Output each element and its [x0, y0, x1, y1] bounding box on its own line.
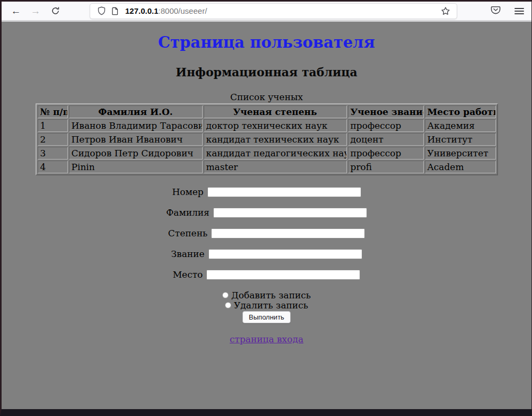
table-cell: профессор [348, 147, 424, 160]
table-cell: Академия [425, 119, 496, 132]
page-content: Страница пользователя Информационная таб… [2, 22, 531, 409]
table-header-row: № п/пФамилия И.О.Ученая степеньУченое зв… [38, 105, 496, 118]
rank-row: Звание [2, 249, 531, 259]
delete-record-radio-label: Удалить запись [234, 300, 308, 311]
reload-icon [51, 6, 60, 15]
table-cell: Сидоров Петр Сидорович [69, 147, 203, 160]
page-subtitle: Информационная таблица [2, 65, 531, 79]
table-cell: Pinin [69, 161, 203, 173]
link-row: страница входа [2, 334, 531, 344]
page-title: Страница пользователя [2, 33, 531, 51]
table-cell: кандидат технических наук [204, 133, 347, 146]
page-proxy-icon[interactable] [108, 4, 122, 18]
scientists-table: № п/пФамилия И.О.Ученая степеньУченое зв… [36, 103, 498, 175]
number-label: Номер [172, 187, 203, 197]
bookmark-star-icon[interactable] [439, 4, 452, 18]
degree-label: Степень [168, 228, 207, 238]
execute-button[interactable]: Выполнить [242, 311, 291, 323]
shield-icon[interactable] [94, 4, 108, 18]
degree-row: Степень [2, 228, 531, 238]
table-header-cell: Ученое звание [348, 105, 424, 118]
table-cell: Иванов Владимир Тарасович [69, 119, 203, 132]
delete-record-radio-button[interactable] [225, 302, 231, 308]
table-cell: 1 [38, 119, 68, 132]
surname-label: Фамилия [166, 207, 210, 218]
address-host: 127.0.0.1 [125, 6, 159, 15]
table-cell: Academ [425, 161, 496, 173]
login-page-link[interactable]: страница входа [230, 334, 303, 344]
table-cell: 2 [38, 133, 68, 146]
table-cell: master [204, 161, 347, 173]
table-row: 3Сидоров Петр Сидоровичкандидат педагоги… [38, 147, 496, 160]
delete-record-radio-row: Удалить запись [2, 300, 531, 310]
table-header-cell: № п/п [38, 105, 68, 118]
browser-toolbar: ← → 127.0.0.1:8000/useeer/ [2, 2, 531, 22]
table-cell: кандидат педагогических наук [204, 147, 347, 160]
place-label: Место [173, 269, 203, 280]
table-cell: Петров Иван Иванович [69, 133, 203, 146]
table-cell: доктор технических наук [204, 119, 347, 132]
button-row: Выполнить [2, 311, 531, 323]
table-cell: профессор [348, 119, 424, 132]
reload-button[interactable] [48, 4, 62, 18]
number-row: Номер [2, 187, 531, 197]
table-cell: profi [348, 161, 424, 173]
action-radio-group: Добавить записьУдалить запись [2, 290, 531, 310]
table-cell: 4 [38, 161, 68, 173]
toolbar-right-cluster [491, 5, 524, 17]
place-input[interactable] [206, 270, 360, 280]
add-record-radio-label: Добавить запись [231, 290, 311, 300]
address-text[interactable]: 127.0.0.1:8000/useeer/ [125, 6, 439, 15]
back-button[interactable]: ← [9, 4, 23, 18]
scientists-table-body: 1Иванов Владимир Тарасовичдоктор техниче… [38, 119, 496, 173]
browser-window: ← → 127.0.0.1:8000/useeer/ [0, 0, 532, 416]
menu-hamburger-icon[interactable] [514, 7, 524, 15]
table-header-cell: Ученая степень [204, 105, 347, 118]
add-record-radio-button[interactable] [222, 292, 229, 298]
number-input[interactable] [207, 187, 361, 197]
place-row: Место [2, 269, 531, 280]
address-path: :8000/useeer/ [159, 6, 207, 15]
rank-input[interactable] [208, 249, 362, 259]
table-cell: 3 [38, 147, 68, 160]
table-cell: Институт [425, 133, 496, 146]
pocket-icon[interactable] [491, 5, 501, 17]
table-header-cell: Место работы [425, 105, 496, 118]
degree-input[interactable] [211, 228, 365, 238]
table-caption: Список ученых [2, 92, 531, 102]
table-row: 1Иванов Владимир Тарасовичдоктор техниче… [38, 119, 496, 132]
table-row: 4PininmasterprofiAcadem [38, 161, 496, 173]
surname-input[interactable] [213, 208, 367, 218]
add-record-radio-row: Добавить запись [2, 290, 531, 300]
surname-row: Фамилия [2, 207, 531, 218]
rank-label: Звание [171, 249, 204, 259]
table-header-cell: Фамилия И.О. [69, 105, 203, 118]
entry-form: НомерФамилияСтепеньЗваниеМесто [2, 187, 531, 280]
table-row: 2Петров Иван Ивановичкандидат технически… [38, 133, 496, 146]
table-cell: Университет [425, 147, 496, 160]
table-cell: доцент [348, 133, 424, 146]
forward-button[interactable]: → [29, 4, 42, 18]
url-bar[interactable]: 127.0.0.1:8000/useeer/ [90, 3, 457, 19]
